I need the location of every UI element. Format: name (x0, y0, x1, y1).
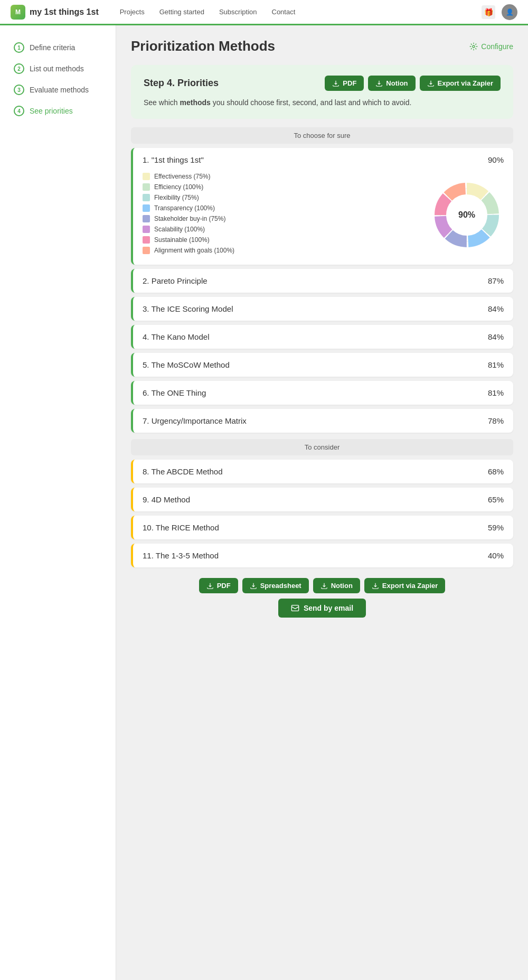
method-name-9: 9. 4D Method (143, 495, 190, 504)
email-label: Send by email (304, 604, 353, 612)
nav-contact[interactable]: Contact (272, 8, 296, 16)
method-card-8[interactable]: 8. The ABCDE Method 68% (131, 460, 513, 483)
step-circle-1: 1 (14, 42, 24, 53)
logo[interactable]: M my 1st things 1st (11, 5, 99, 20)
section-choose-for-sure: To choose for sure (131, 127, 513, 144)
method-name-6: 6. The ONE Thing (143, 388, 206, 397)
method-card-10[interactable]: 10. The RICE Method 59% (131, 516, 513, 539)
notion-button-top[interactable]: Notion (368, 76, 415, 91)
method-card-4[interactable]: 4. The Kano Model 84% (131, 325, 513, 349)
user-avatar[interactable]: 👤 (502, 4, 517, 20)
legend-transparency: Transparency (100%) (143, 204, 417, 212)
method-name-1: 1. "1st things 1st" (143, 155, 204, 164)
bottom-actions: PDF Spreadsheet Notion Export via Zapier… (131, 578, 513, 618)
method-details-1: Effectiveness (75%) Efficiency (100%) Fl… (143, 173, 504, 257)
email-icon (291, 604, 299, 612)
nav-subscription[interactable]: Subscription (219, 8, 257, 16)
spreadsheet-label: Spreadsheet (260, 582, 301, 590)
bottom-btn-row: PDF Spreadsheet Notion Export via Zapier (199, 578, 446, 593)
sidebar-label-2: List out methods (30, 64, 84, 73)
pdf-button-bottom[interactable]: PDF (199, 578, 238, 593)
method-score-5: 81% (488, 360, 504, 369)
method-card-1[interactable]: 1. "1st things 1st" 90% Effectiveness (7… (131, 148, 513, 265)
sidebar-item-list-methods[interactable]: 2 List out methods (8, 59, 107, 78)
method-name-2: 2. Pareto Principle (143, 276, 208, 285)
pdf-icon-top (332, 80, 340, 87)
method-card-3[interactable]: 3. The ICE Scoring Model 84% (131, 297, 513, 321)
method-card-9[interactable]: 9. 4D Method 65% (131, 488, 513, 511)
method-score-8: 68% (488, 467, 504, 476)
donut-label-1: 90% (458, 210, 475, 220)
method-name-5: 5. The MoSCoW Method (143, 360, 230, 369)
legend-color-alignment (143, 247, 150, 254)
pdf-bottom-label: PDF (217, 582, 231, 590)
logo-icon: M (11, 5, 25, 20)
step4-title: Step 4. Priorities (144, 78, 219, 89)
pdf-button-top[interactable]: PDF (325, 76, 364, 91)
method-score-4: 84% (488, 332, 504, 341)
nav-links: Projects Getting started Subscription Co… (120, 8, 482, 16)
configure-label: Configure (481, 42, 513, 51)
nav-getting-started[interactable]: Getting started (159, 8, 204, 16)
method-score-7: 78% (488, 416, 504, 425)
sidebar-label-1: Define criteria (30, 43, 75, 52)
top-navigation: M my 1st things 1st Projects Getting sta… (0, 0, 528, 25)
gift-icon[interactable]: 🎁 (482, 5, 495, 19)
notion-icon-top (375, 80, 383, 87)
step4-buttons: PDF Notion Export via Zapier (325, 76, 501, 91)
method-name-4: 4. The Kano Model (143, 332, 209, 341)
zapier-icon-top (427, 80, 435, 87)
svg-point-0 (473, 45, 475, 48)
step4-description: See which methods you should choose firs… (144, 97, 501, 108)
method-name-11: 11. The 1-3-5 Method (143, 551, 219, 560)
sidebar-label-4: See priorities (30, 107, 73, 115)
method-name-7: 7. Urgency/Importance Matrix (143, 416, 247, 425)
main-layout: 1 Define criteria 2 List out methods 3 E… (0, 25, 528, 980)
method-score-6: 81% (488, 388, 504, 397)
nav-projects[interactable]: Projects (120, 8, 145, 16)
method-score-11: 40% (488, 551, 504, 560)
send-email-button[interactable]: Send by email (278, 599, 366, 618)
legend-color-stakeholder (143, 215, 150, 222)
sidebar: 1 Define criteria 2 List out methods 3 E… (0, 25, 116, 980)
method-card-6[interactable]: 6. The ONE Thing 81% (131, 381, 513, 405)
method-card-5[interactable]: 5. The MoSCoW Method 81% (131, 353, 513, 377)
method-name-8: 8. The ABCDE Method (143, 467, 222, 476)
method-card-2[interactable]: 2. Pareto Principle 87% (131, 269, 513, 293)
spreadsheet-button-bottom[interactable]: Spreadsheet (242, 578, 309, 593)
method-score-9: 65% (488, 495, 504, 504)
method-card-11[interactable]: 11. The 1-3-5 Method 40% (131, 544, 513, 567)
method-score-1: 90% (488, 155, 504, 164)
method-name-10: 10. The RICE Method (143, 523, 219, 532)
export-zapier-button-top[interactable]: Export via Zapier (420, 76, 501, 91)
legend-stakeholder: Stakeholder buy-in (75%) (143, 215, 417, 222)
sidebar-item-define-criteria[interactable]: 1 Define criteria (8, 38, 107, 57)
nav-right: 🎁 👤 (482, 4, 517, 20)
pdf-icon-bottom (206, 582, 214, 590)
method-score-3: 84% (488, 304, 504, 313)
step-circle-3: 3 (14, 85, 24, 95)
export-zapier-button-bottom[interactable]: Export via Zapier (364, 578, 445, 593)
sidebar-item-see-priorities[interactable]: 4 See priorities (8, 101, 107, 120)
sidebar-item-evaluate-methods[interactable]: 3 Evaluate methods (8, 80, 107, 99)
legend-effectiveness: Effectiveness (75%) (143, 173, 417, 180)
donut-chart-1: 90% (430, 178, 504, 252)
step4-card: Step 4. Priorities PDF Notion Export via… (131, 65, 513, 119)
notion-button-bottom[interactable]: Notion (313, 578, 360, 593)
notion-icon-bottom (320, 582, 328, 590)
configure-button[interactable]: Configure (469, 42, 513, 51)
step4-header: Step 4. Priorities PDF Notion Export via… (144, 76, 501, 91)
export-bottom-label: Export via Zapier (382, 582, 438, 590)
legend-color-effectiveness (143, 173, 150, 180)
legend-color-efficiency (143, 183, 150, 191)
legend-color-transparency (143, 204, 150, 212)
method-legend-1: Effectiveness (75%) Efficiency (100%) Fl… (143, 173, 417, 257)
method-card-7[interactable]: 7. Urgency/Importance Matrix 78% (131, 409, 513, 433)
method-card-1-row: 1. "1st things 1st" 90% (143, 155, 504, 164)
legend-color-sustainable (143, 236, 150, 244)
page-header: Prioritization Methods Configure (131, 38, 513, 54)
legend-color-flexibility (143, 194, 150, 201)
method-score-2: 87% (488, 276, 504, 285)
sidebar-label-3: Evaluate methods (30, 86, 89, 94)
step-circle-4: 4 (14, 106, 24, 116)
